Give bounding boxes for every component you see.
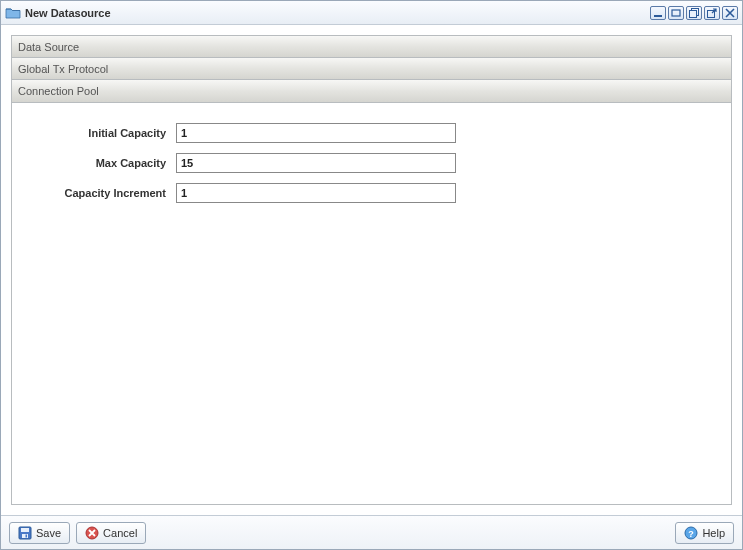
- minimize-button[interactable]: [650, 6, 666, 20]
- titlebar: New Datasource: [1, 1, 742, 25]
- save-icon: [18, 526, 32, 540]
- input-initial-capacity[interactable]: [176, 123, 456, 143]
- form-row-capacity-increment: Capacity Increment: [26, 183, 717, 203]
- svg-rect-3: [690, 10, 697, 17]
- label-capacity-increment: Capacity Increment: [26, 187, 176, 199]
- tab-label: Connection Pool: [18, 85, 99, 97]
- form-row-max-capacity: Max Capacity: [26, 153, 717, 173]
- cancel-button[interactable]: Cancel: [76, 522, 146, 544]
- accordion: Data Source Global Tx Protocol Connectio…: [11, 35, 732, 103]
- maximize-button[interactable]: [686, 6, 702, 20]
- tab-connection-pool[interactable]: Connection Pool: [12, 80, 731, 102]
- svg-rect-0: [654, 15, 662, 17]
- restore-button[interactable]: [668, 6, 684, 20]
- save-button-label: Save: [36, 527, 61, 539]
- dialog-window: New Datasource: [0, 0, 743, 550]
- svg-rect-8: [26, 534, 28, 537]
- tab-global-tx-protocol[interactable]: Global Tx Protocol: [12, 58, 731, 80]
- footer-bar: Save Cancel ? Help: [1, 515, 742, 549]
- close-button[interactable]: [722, 6, 738, 20]
- label-initial-capacity: Initial Capacity: [26, 127, 176, 139]
- help-icon: ?: [684, 526, 698, 540]
- connection-pool-panel: Initial Capacity Max Capacity Capacity I…: [11, 103, 732, 505]
- tab-data-source[interactable]: Data Source: [12, 36, 731, 58]
- svg-text:?: ?: [689, 528, 695, 538]
- window-title: New Datasource: [25, 7, 111, 19]
- form-row-initial-capacity: Initial Capacity: [26, 123, 717, 143]
- folder-icon: [5, 5, 21, 21]
- svg-rect-1: [672, 10, 680, 16]
- svg-rect-6: [21, 528, 29, 532]
- cancel-icon: [85, 526, 99, 540]
- externalize-button[interactable]: [704, 6, 720, 20]
- svg-rect-7: [22, 534, 28, 538]
- help-button-label: Help: [702, 527, 725, 539]
- label-max-capacity: Max Capacity: [26, 157, 176, 169]
- tab-label: Data Source: [18, 41, 79, 53]
- help-button[interactable]: ? Help: [675, 522, 734, 544]
- tab-label: Global Tx Protocol: [18, 63, 108, 75]
- input-max-capacity[interactable]: [176, 153, 456, 173]
- content-area: Data Source Global Tx Protocol Connectio…: [1, 25, 742, 515]
- cancel-button-label: Cancel: [103, 527, 137, 539]
- input-capacity-increment[interactable]: [176, 183, 456, 203]
- save-button[interactable]: Save: [9, 522, 70, 544]
